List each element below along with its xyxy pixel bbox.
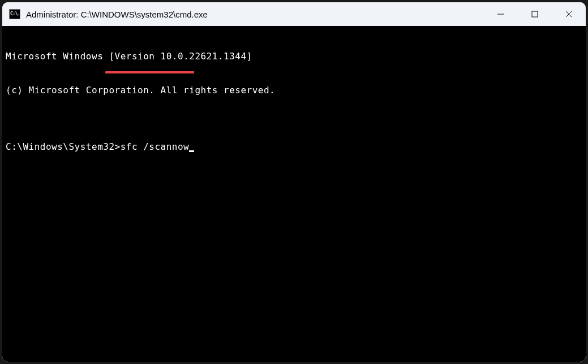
version-line: Microsoft Windows [Version 10.0.22621.13…: [6, 51, 582, 62]
highlight-underline: [105, 71, 194, 73]
prompt-line: C:\Windows\System32>sfc /scannow: [6, 141, 582, 153]
cmd-icon-text: C:\.: [10, 12, 20, 16]
cmd-window: C:\. Administrator: C:\WINDOWS\system32\…: [2, 2, 586, 362]
window-title: Administrator: C:\WINDOWS\system32\cmd.e…: [26, 10, 484, 19]
minimize-icon: [497, 10, 505, 18]
minimize-button[interactable]: [484, 2, 518, 26]
terminal-output[interactable]: Microsoft Windows [Version 10.0.22621.13…: [2, 26, 586, 362]
command-text: sfc /scannow: [121, 141, 190, 152]
maximize-button[interactable]: [518, 2, 552, 26]
prompt-path: C:\Windows\System32>: [6, 141, 121, 152]
copyright-line: (c) Microsoft Corporation. All rights re…: [6, 85, 582, 96]
svg-rect-1: [532, 11, 538, 17]
close-button[interactable]: [552, 2, 586, 26]
window-controls: [484, 2, 586, 26]
close-icon: [565, 10, 573, 18]
titlebar[interactable]: C:\. Administrator: C:\WINDOWS\system32\…: [2, 2, 586, 26]
cursor: [189, 150, 194, 152]
maximize-icon: [531, 10, 539, 18]
cmd-icon: C:\.: [9, 9, 20, 19]
